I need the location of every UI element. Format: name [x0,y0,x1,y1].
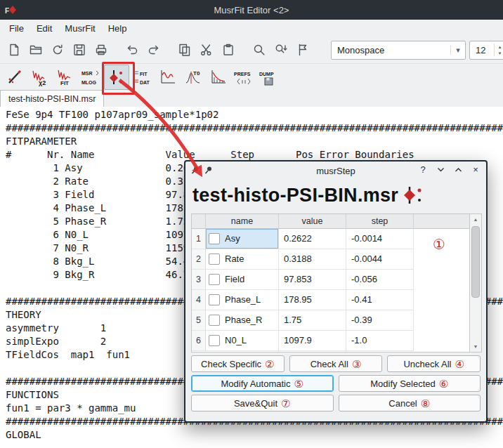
param-value-cell[interactable]: 178.95 [279,290,346,310]
param-value-cell[interactable]: 1097.9 [279,331,346,351]
t0-button[interactable]: T0 [181,65,205,89]
row-number[interactable]: 6 [192,331,206,351]
row-number[interactable]: 4 [192,290,206,310]
dump-button[interactable]: DUMP [257,65,281,89]
annotation-highlight-box [102,62,135,95]
save-quit-button[interactable]: Save&Quit ⑦ [191,395,334,411]
pin-icon[interactable] [204,166,213,175]
open-file-button[interactable] [25,39,46,61]
row-checkbox[interactable] [209,315,220,326]
undo-button[interactable] [121,39,143,61]
param-step-cell[interactable]: -0.39 [346,310,414,331]
modify-selected-button[interactable]: Modify Selected ⑥ [339,375,481,392]
menu-file[interactable]: File [3,21,30,36]
modify-button-row: Modify Automatic ⑤ Modify Selected ⑥ [191,375,481,392]
copy-button[interactable] [174,39,195,61]
modify-automatic-button[interactable]: Modify Automatic ⑤ [191,375,334,392]
menu-edit[interactable]: Edit [30,21,58,36]
save-button[interactable] [68,39,90,61]
param-name-cell[interactable]: Asy [206,229,279,249]
param-name-cell[interactable]: Phase_R [206,310,279,331]
print-button[interactable] [90,39,112,61]
app-icon: F [5,4,18,16]
dialog-help-button[interactable]: ? [418,164,428,175]
param-name-cell[interactable]: Rate [206,249,279,270]
row-number[interactable]: 2 [192,249,206,270]
cut-button[interactable] [195,39,217,61]
musrview-button[interactable] [156,65,180,89]
annotation-circle-3: ③ [352,359,361,369]
cancel-button[interactable]: Cancel ⑧ [339,395,481,411]
pin-icon[interactable] [190,166,200,175]
param-step-cell[interactable]: -0.41 [346,290,414,310]
row-checkbox[interactable] [209,335,220,346]
row-checkbox[interactable] [209,294,220,305]
row-checkbox[interactable] [209,274,220,285]
param-value-cell[interactable]: 97.853 [279,270,346,290]
uncheck-all-button[interactable]: Uncheck All ④ [387,355,481,372]
scrollbar-thumb[interactable] [471,226,480,298]
new-file-icon [7,43,21,57]
check-all-button[interactable]: Check All ③ [289,355,383,372]
dialog-unshade-button[interactable] [453,164,463,175]
search-icon [252,43,266,57]
reload-button[interactable] [46,39,68,61]
param-name-cell[interactable]: Field [206,270,279,290]
param-name-cell[interactable]: Phase_L [206,290,279,310]
raw-plot-button[interactable] [207,65,230,89]
musrfit-fit-button[interactable]: FIT [53,65,77,89]
open-folder-icon [29,43,43,57]
row-number[interactable]: 5 [192,310,206,331]
window-titlebar[interactable]: F MusrFit Editor <2> [0,0,503,20]
find-next-button[interactable] [270,39,292,61]
scrollbar-track[interactable] [470,225,481,341]
modify-selected-label: Modify Selected [370,378,436,389]
param-step-cell[interactable]: -0.056 [346,270,414,290]
row-checkbox[interactable] [209,253,220,265]
goto-line-button[interactable] [292,39,313,61]
scroll-down-button[interactable]: ▼ [470,341,481,352]
menu-musrfit[interactable]: MusrFit [58,21,101,36]
redo-button[interactable] [143,39,164,61]
tab-test-histo-psi-bin[interactable]: test-histo-PSI-BIN.msr [0,90,104,107]
msr-wizard-button[interactable] [3,65,27,89]
musrfit-toolbar: χ2 FIT MSR MLOG FIT DAT [0,63,503,91]
msr2mlog-button[interactable]: MSR MLOG [79,65,103,89]
dialog-pins [190,166,213,175]
fit-icon: FIT [56,68,74,86]
row-number[interactable]: 1 [192,229,206,249]
column-header-step[interactable]: step [346,214,414,229]
dialog-close-button[interactable]: × [471,164,481,175]
table-scrollbar[interactable]: ▲ ▼ [469,214,481,352]
column-header-value[interactable]: value [279,214,346,229]
row-checkbox[interactable] [209,233,220,244]
font-family-combo[interactable]: Monospace ▾ [331,41,466,60]
param-name-cell[interactable]: N0_L [206,331,279,351]
annotation-circle-8: ⑧ [421,398,430,409]
prefs-button[interactable]: PREFS [232,65,256,89]
row-number[interactable]: 3 [192,270,206,290]
param-value-cell[interactable]: 0.3188 [279,249,346,270]
main-toolbar: Monospace ▾ 12 ▴▾ [0,37,503,63]
pen-icon [6,68,24,86]
musrfit-chisq-button[interactable]: χ2 [28,65,52,89]
param-value-cell[interactable]: 0.2622 [279,229,346,249]
param-step-cell[interactable]: -0.0014 [346,229,414,249]
param-name: Field [225,270,244,289]
check-specific-button[interactable]: Check Specific ② [191,355,285,372]
spinbox-arrows[interactable]: ▴▾ [494,44,503,56]
new-file-button[interactable] [3,39,25,61]
search-next-icon [274,43,288,57]
param-value-cell[interactable]: 1.75 [279,310,346,331]
menu-help[interactable]: Help [102,21,133,36]
find-button[interactable] [248,39,270,61]
column-header-name[interactable]: name [206,214,279,229]
param-step-cell[interactable]: -0.0044 [346,249,414,270]
font-size-spinbox[interactable]: 12 ▴▾ [469,41,503,60]
scroll-up-button[interactable]: ▲ [470,214,481,225]
table-row: 1 Asy 0.2622 -0.0014 [192,229,469,249]
dialog-shade-button[interactable] [436,164,445,175]
paste-button[interactable] [217,39,239,61]
dialog-titlebar[interactable]: musrStep ? × [185,162,486,180]
param-step-cell[interactable]: -1.0 [346,331,414,351]
